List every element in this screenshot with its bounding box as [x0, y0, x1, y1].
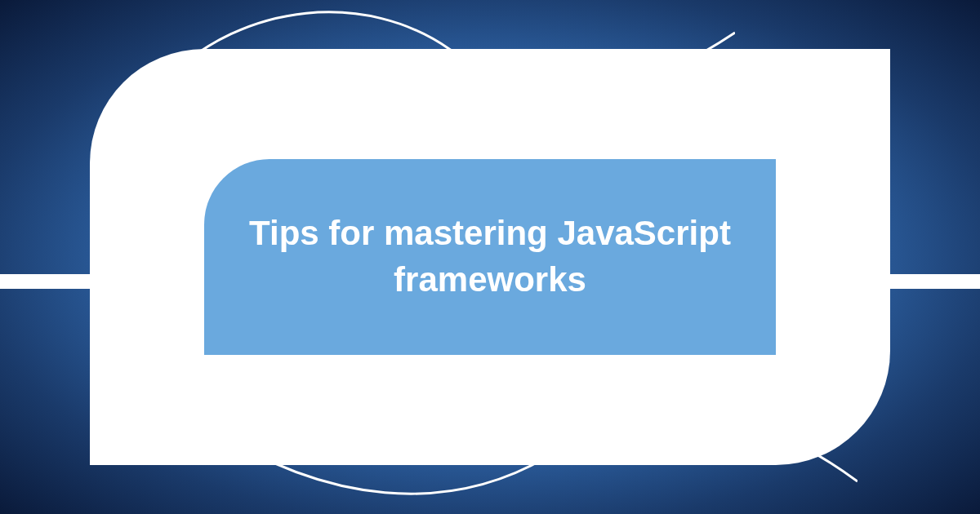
title-panel: Tips for mastering JavaScript frameworks — [204, 159, 776, 355]
card-title: Tips for mastering JavaScript frameworks — [237, 210, 743, 303]
